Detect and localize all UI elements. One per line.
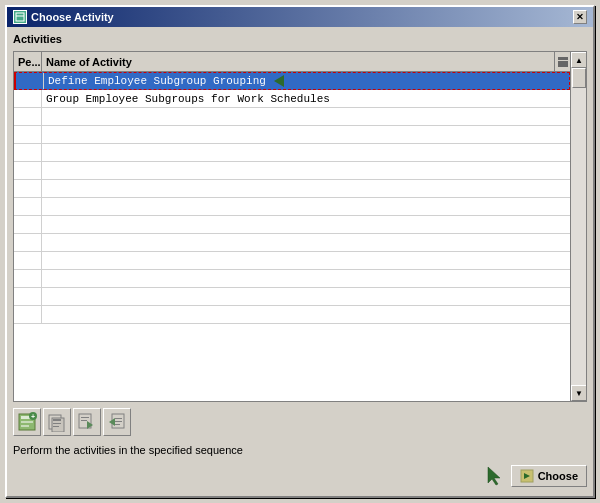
svg-rect-7: [21, 421, 33, 423]
row-cell-name: Define Employee Subgroup Grouping: [44, 73, 569, 89]
table-row[interactable]: Define Employee Subgroup Grouping: [14, 72, 570, 90]
table-row[interactable]: [14, 108, 570, 126]
choose-button-icon: [520, 469, 534, 483]
svg-rect-24: [115, 424, 120, 425]
table-header: Pe... Name of Activity: [14, 52, 570, 72]
scrollbar-track[interactable]: [571, 68, 586, 385]
title-bar-left: Choose Activity: [13, 10, 114, 24]
svg-marker-25: [488, 467, 500, 485]
footer-buttons: Choose: [483, 464, 587, 488]
table-row[interactable]: [14, 144, 570, 162]
window-title: Choose Activity: [31, 11, 114, 23]
table-row[interactable]: [14, 306, 570, 324]
title-bar: Choose Activity ✕: [7, 7, 593, 27]
table-wrapper: Pe... Name of Activity: [14, 52, 586, 401]
table-inner: Pe... Name of Activity: [14, 52, 570, 401]
svg-rect-14: [53, 423, 61, 424]
svg-rect-13: [53, 419, 61, 421]
table-row[interactable]: [14, 180, 570, 198]
toolbar-button-4[interactable]: [103, 408, 131, 436]
table-row[interactable]: [14, 288, 570, 306]
scrollbar-thumb[interactable]: [572, 68, 586, 88]
window-content: Activities Pe... Name of Activity: [7, 27, 593, 496]
status-bar: Perform the activities in the specified …: [13, 442, 587, 458]
svg-rect-18: [81, 417, 89, 418]
cursor-icon: [483, 464, 507, 488]
svg-rect-8: [21, 425, 29, 427]
table-row[interactable]: Group Employee Subgroups for Work Schedu…: [14, 90, 570, 108]
svg-rect-0: [16, 13, 24, 21]
scroll-up-button[interactable]: ▲: [571, 52, 586, 68]
status-text: Perform the activities in the specified …: [13, 444, 243, 456]
table-row[interactable]: [14, 126, 570, 144]
close-button[interactable]: ✕: [573, 10, 587, 24]
window-icon: [13, 10, 27, 24]
toolbar-button-1[interactable]: +: [13, 408, 41, 436]
svg-rect-15: [53, 426, 59, 427]
row-cell-pe: [14, 90, 42, 107]
column-header-name: Name of Activity: [42, 52, 570, 71]
table-row[interactable]: [14, 198, 570, 216]
column-header-pe: Pe...: [14, 52, 42, 71]
vertical-scrollbar[interactable]: ▲ ▼: [570, 52, 586, 401]
header-settings-icon[interactable]: [554, 52, 570, 71]
svg-text:+: +: [31, 413, 35, 420]
svg-rect-4: [558, 64, 568, 67]
bottom-toolbar: +: [13, 406, 587, 438]
section-label: Activities: [13, 33, 587, 45]
table-row[interactable]: [14, 216, 570, 234]
choose-button-label: Choose: [538, 470, 578, 482]
row-cell-name: Group Employee Subgroups for Work Schedu…: [42, 90, 570, 107]
row-cell-pe: [16, 73, 44, 89]
svg-rect-2: [558, 57, 568, 60]
svg-rect-3: [558, 61, 568, 64]
table-row[interactable]: [14, 162, 570, 180]
svg-rect-19: [81, 420, 87, 421]
table-row[interactable]: [14, 270, 570, 288]
svg-rect-23: [115, 421, 122, 422]
choose-button[interactable]: Choose: [511, 465, 587, 487]
table-row[interactable]: [14, 252, 570, 270]
toolbar-button-3[interactable]: [73, 408, 101, 436]
footer-row: Choose: [13, 462, 587, 490]
table-body: Define Employee Subgroup Grouping Group …: [14, 72, 570, 401]
main-window: Choose Activity ✕ Activities Pe... Name …: [5, 5, 595, 498]
toolbar-button-2[interactable]: [43, 408, 71, 436]
scroll-down-button[interactable]: ▼: [571, 385, 586, 401]
svg-rect-22: [115, 418, 122, 419]
row-arrow-icon: [274, 75, 284, 87]
table-row[interactable]: [14, 234, 570, 252]
activities-table: Pe... Name of Activity: [13, 51, 587, 402]
